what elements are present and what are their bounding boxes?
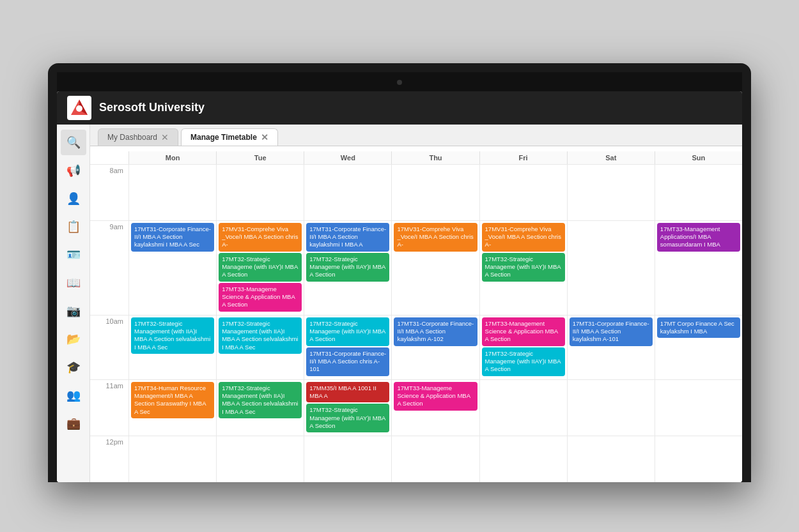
day-col-sat: Sat bbox=[567, 151, 655, 164]
cell-thu-12pm bbox=[391, 436, 479, 482]
cell-fri-9am: 17MV31-Comprehe Viva _Voce/I MBA A Secti… bbox=[479, 221, 567, 315]
cell-thu-8am bbox=[391, 165, 479, 220]
day-col-tue: Tue bbox=[216, 151, 304, 164]
cell-thu-10am: 17MT31-Corporate Finance-II/I MBA A Sect… bbox=[391, 315, 479, 379]
timetable-row-10am: 10am 17MT32-Strategic Management (with I… bbox=[90, 315, 742, 379]
event-tue-10am-1[interactable]: 17MT32-Strategic Management (with IIA)I … bbox=[219, 317, 302, 354]
cell-mon-8am bbox=[128, 165, 216, 220]
cell-fri-12pm bbox=[479, 436, 567, 482]
cell-tue-8am bbox=[216, 165, 304, 220]
cell-wed-12pm bbox=[304, 436, 391, 482]
sidebar-item-briefcase[interactable]: 💼 bbox=[61, 411, 86, 436]
event-mon-11am-1[interactable]: 17MT34-Human Resource Management/I MBA A… bbox=[131, 382, 214, 418]
event-fri-10am-1[interactable]: 17MT33-Management Science & Application … bbox=[482, 317, 565, 346]
cell-tue-9am: 17MV31-Comprehe Viva _Voce/I MBA A Secti… bbox=[216, 221, 304, 315]
cell-fri-8am bbox=[479, 165, 567, 220]
tab-timetable-close[interactable]: ✕ bbox=[261, 133, 268, 142]
time-label-8am: 8am bbox=[90, 165, 128, 220]
sidebar-item-users[interactable]: 👥 bbox=[61, 383, 86, 408]
laptop-shell: Serosoft University 🔍 📢 👤 📋 🪪 📖 📷 📂 🎓 👥 … bbox=[48, 63, 751, 482]
tab-bar: My Dashboard ✕ Manage Timetable ✕ bbox=[90, 125, 742, 146]
app-header: Serosoft University bbox=[57, 91, 742, 125]
cell-tue-10am: 17MT32-Strategic Management (with IIA)I … bbox=[216, 315, 304, 379]
cell-wed-8am bbox=[304, 165, 391, 220]
time-label-12pm: 12pm bbox=[90, 436, 128, 482]
sidebar-item-announcements[interactable]: 📢 bbox=[61, 158, 86, 183]
tab-dashboard[interactable]: My Dashboard ✕ bbox=[98, 128, 178, 146]
cell-sun-11am bbox=[655, 380, 742, 436]
cell-tue-12pm bbox=[216, 436, 304, 482]
timetable-container[interactable]: Mon Tue Wed Thu Fri Sat Sun 8am bbox=[90, 146, 742, 482]
event-tue-9am-1[interactable]: 17MV31-Comprehe Viva _Voce/I MBA A Secti… bbox=[219, 223, 302, 252]
app-body: 🔍 📢 👤 📋 🪪 📖 📷 📂 🎓 👥 💼 My Dashboard bbox=[57, 125, 742, 482]
laptop-screen: Serosoft University 🔍 📢 👤 📋 🪪 📖 📷 📂 🎓 👥 … bbox=[57, 91, 742, 482]
webcam-bar bbox=[57, 72, 742, 91]
event-wed-11am-1[interactable]: 17MM35/I MBA A 1001 II MBA A bbox=[306, 382, 389, 403]
event-fri-9am-1[interactable]: 17MV31-Comprehe Viva _Voce/I MBA A Secti… bbox=[482, 223, 565, 252]
day-col-thu: Thu bbox=[391, 151, 479, 164]
event-wed-9am-1[interactable]: 17MT31-Corporate Finance-II/I MBA A Sect… bbox=[306, 223, 389, 252]
sidebar-item-reports[interactable]: 📋 bbox=[61, 214, 86, 239]
sidebar: 🔍 📢 👤 📋 🪪 📖 📷 📂 🎓 👥 💼 bbox=[57, 125, 90, 482]
content-area: My Dashboard ✕ Manage Timetable ✕ Mo bbox=[90, 125, 742, 482]
cell-fri-10am: 17MT33-Management Science & Application … bbox=[479, 315, 567, 379]
event-fri-10am-2[interactable]: 17MT32-Strategic Manageme (with IIAY)I M… bbox=[482, 347, 565, 376]
timetable-row-9am: 9am 17MT31-Corporate Finance-II/I MBA A … bbox=[90, 220, 742, 315]
cell-wed-11am: 17MM35/I MBA A 1001 II MBA A 17MT32-Stra… bbox=[304, 380, 391, 436]
event-tue-11am-1[interactable]: 17MT32-Strategic Management (with IIA)I … bbox=[219, 382, 302, 418]
day-col-fri: Fri bbox=[479, 151, 567, 164]
event-sun-9am-1[interactable]: 17MT33-Management Applications/I MBA som… bbox=[657, 223, 740, 252]
event-thu-9am-1[interactable]: 17MV31-Comprehe Viva _Voce/I MBA A Secti… bbox=[394, 223, 477, 252]
timetable-row-11am: 11am 17MT34-Human Resource Management/I … bbox=[90, 379, 742, 436]
event-tue-9am-2[interactable]: 17MT32-Strategic Manageme (with IIAY)I M… bbox=[219, 253, 302, 282]
cell-tue-11am: 17MT32-Strategic Management (with IIA)I … bbox=[216, 380, 304, 436]
cell-thu-9am: 17MV31-Comprehe Viva _Voce/I MBA A Secti… bbox=[391, 221, 479, 315]
cell-mon-11am: 17MT34-Human Resource Management/I MBA A… bbox=[128, 380, 216, 436]
sidebar-item-contacts[interactable]: 👤 bbox=[61, 186, 86, 211]
sidebar-item-id[interactable]: 🪪 bbox=[61, 242, 86, 268]
time-label-10am: 10am bbox=[90, 315, 128, 379]
event-mon-10am-1[interactable]: 17MT32-Strategic Management (with IIA)I … bbox=[131, 317, 214, 354]
cell-mon-10am: 17MT32-Strategic Management (with IIA)I … bbox=[128, 315, 216, 379]
sidebar-item-camera[interactable]: 📷 bbox=[61, 298, 86, 324]
cell-sun-12pm bbox=[655, 436, 742, 482]
sidebar-item-graduation[interactable]: 🎓 bbox=[61, 354, 86, 380]
event-thu-11am-1[interactable]: 17MT33-Manageme Science & Application MB… bbox=[394, 382, 477, 411]
timetable-row-12pm: 12pm bbox=[90, 436, 742, 482]
timetable-header: Mon Tue Wed Thu Fri Sat Sun bbox=[90, 151, 742, 164]
event-wed-9am-2[interactable]: 17MT32-Strategic Manageme (with IIAY)I M… bbox=[306, 253, 389, 282]
event-wed-10am-1[interactable]: 17MT32-Strategic Manageme (with IIAY)I M… bbox=[306, 317, 389, 346]
sidebar-item-records[interactable]: 📂 bbox=[61, 326, 86, 352]
day-col-mon: Mon bbox=[128, 151, 216, 164]
cell-wed-9am: 17MT31-Corporate Finance-II/I MBA A Sect… bbox=[304, 221, 391, 315]
cell-mon-9am: 17MT31-Corporate Finance-II/I MBA A Sect… bbox=[128, 221, 216, 315]
tab-timetable[interactable]: Manage Timetable ✕ bbox=[181, 128, 278, 146]
cell-sun-9am: 17MT33-Management Applications/I MBA som… bbox=[655, 221, 742, 315]
sidebar-item-search[interactable]: 🔍 bbox=[61, 130, 86, 155]
event-tue-9am-3[interactable]: 17MT33-Manageme Science & Application MB… bbox=[219, 283, 302, 312]
cell-sat-11am bbox=[567, 380, 655, 436]
cell-sat-10am: 17MT31-Corporate Finance-II/I MBA A Sect… bbox=[567, 315, 655, 379]
webcam-dot bbox=[397, 80, 402, 85]
event-sat-10am-1[interactable]: 17MT31-Corporate Finance-II/I MBA A Sect… bbox=[570, 317, 653, 346]
tab-timetable-label: Manage Timetable bbox=[190, 133, 257, 142]
timetable: Mon Tue Wed Thu Fri Sat Sun 8am bbox=[90, 151, 742, 482]
event-wed-11am-2[interactable]: 17MT32-Strategic Manageme (with IIAY)I M… bbox=[306, 404, 389, 432]
cell-sat-8am bbox=[567, 165, 655, 220]
event-sun-10am-1[interactable]: 17MT Corpo Finance A Sec kaylakshm I MBA bbox=[657, 317, 740, 338]
cell-thu-11am: 17MT33-Manageme Science & Application MB… bbox=[391, 380, 479, 436]
cell-sun-8am bbox=[655, 165, 742, 220]
event-mon-9am-1[interactable]: 17MT31-Corporate Finance-II/I MBA A Sect… bbox=[131, 223, 214, 252]
app-logo bbox=[67, 96, 91, 120]
tab-dashboard-close[interactable]: ✕ bbox=[161, 133, 169, 142]
day-col-sun: Sun bbox=[655, 151, 742, 164]
sidebar-item-library[interactable]: 📖 bbox=[61, 270, 86, 296]
event-thu-10am-1[interactable]: 17MT31-Corporate Finance-II/I MBA A Sect… bbox=[394, 317, 477, 346]
time-label-9am: 9am bbox=[90, 221, 128, 315]
cell-sat-9am bbox=[567, 221, 655, 315]
event-wed-10am-2[interactable]: 17MT31-Corporate Finance-II/I MBA A Sect… bbox=[306, 347, 389, 376]
event-fri-9am-2[interactable]: 17MT32-Strategic Manageme (with IIAY)I M… bbox=[482, 253, 565, 282]
time-label-11am: 11am bbox=[90, 380, 128, 436]
timetable-row-8am: 8am bbox=[90, 164, 742, 220]
cell-sat-12pm bbox=[567, 436, 655, 482]
